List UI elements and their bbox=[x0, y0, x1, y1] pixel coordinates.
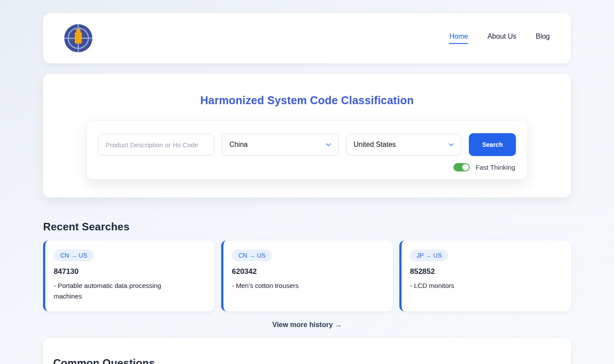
common-questions-section: Common Questions bbox=[43, 338, 571, 364]
hs-description: - Men's cotton trousers bbox=[232, 280, 364, 291]
common-questions-heading: Common Questions bbox=[53, 357, 571, 364]
hs-code: 852852 bbox=[410, 267, 560, 276]
route-badge: CN → US bbox=[232, 249, 272, 262]
view-more-row: View more history → bbox=[43, 321, 571, 329]
origin-country-value: China bbox=[229, 141, 248, 149]
hs-code: 620342 bbox=[232, 267, 382, 276]
destination-country-value: United States bbox=[354, 141, 396, 149]
fast-thinking-row: Fast Thinking bbox=[98, 163, 516, 171]
hs-description: - Portable automatic data processing mac… bbox=[54, 280, 186, 302]
origin-country-select[interactable]: China bbox=[222, 134, 338, 156]
recent-search-card[interactable]: JP → US 852852 - LCD monitors bbox=[399, 240, 571, 311]
route-badge: JP → US bbox=[410, 249, 448, 262]
search-form-row: China United States Search bbox=[98, 134, 516, 156]
search-form-card: China United States Search Fast bbox=[87, 120, 527, 179]
nav-link-about-us[interactable]: About Us bbox=[487, 33, 516, 44]
fast-thinking-toggle[interactable] bbox=[453, 163, 470, 171]
hs-description: - LCD monitors bbox=[410, 280, 542, 291]
hero-section: Harmonized System Code Classification Ch… bbox=[43, 74, 571, 197]
hs-code: 847130 bbox=[54, 267, 204, 276]
header: Home About Us Blog bbox=[43, 13, 571, 63]
nav-link-blog[interactable]: Blog bbox=[536, 33, 550, 44]
product-description-input[interactable] bbox=[98, 134, 214, 156]
view-more-history-link[interactable]: View more history → bbox=[272, 321, 342, 328]
recent-searches-row: CN → US 847130 - Portable automatic data… bbox=[43, 240, 571, 311]
recent-search-card[interactable]: CN → US 620342 - Men's cotton trousers bbox=[221, 240, 393, 311]
main-nav: Home About Us Blog bbox=[449, 33, 550, 44]
page-title: Harmonized System Code Classification bbox=[43, 94, 571, 107]
page-container: Home About Us Blog Harmonized System Cod… bbox=[43, 13, 571, 364]
toggle-knob bbox=[462, 164, 469, 171]
chevron-down-icon bbox=[448, 141, 455, 148]
recent-search-card[interactable]: CN → US 847130 - Portable automatic data… bbox=[43, 240, 215, 311]
route-badge: CN → US bbox=[54, 249, 94, 262]
destination-country-select[interactable]: United States bbox=[346, 134, 461, 156]
target-crosshair-logo-icon[interactable] bbox=[64, 24, 92, 52]
fast-thinking-label: Fast Thinking bbox=[475, 164, 515, 171]
nav-link-home[interactable]: Home bbox=[449, 33, 468, 44]
chevron-down-icon bbox=[325, 141, 332, 148]
recent-searches-heading: Recent Searches bbox=[43, 221, 571, 233]
search-button[interactable]: Search bbox=[469, 133, 516, 156]
